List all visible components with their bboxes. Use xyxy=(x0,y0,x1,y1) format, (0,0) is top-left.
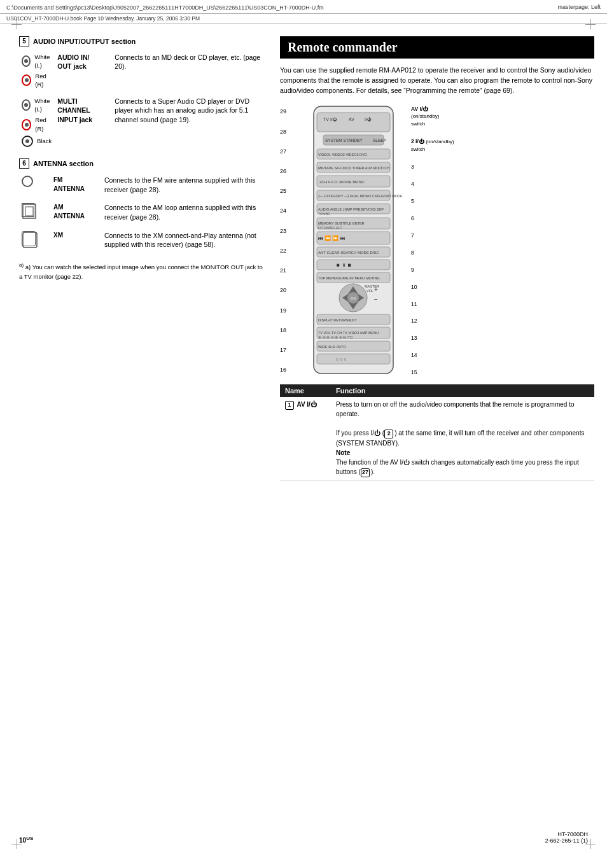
svg-text:AV: AV xyxy=(349,117,354,122)
name-function-table: Name Function 1 AV I/⏻ Press to turn on … xyxy=(280,384,594,480)
svg-text:D/TUNING  ALT: D/TUNING ALT xyxy=(318,226,342,230)
num-17: 17 xyxy=(280,347,299,353)
audio-jack-desc-1: Connects to an MD deck or CD player, etc… xyxy=(112,52,267,90)
svg-text:ANT  CLEAR  SEARCH MODE  DISC: ANT CLEAR SEARCH MODE DISC xyxy=(318,251,380,255)
num-19: 19 xyxy=(280,307,299,314)
label-13: 13 xyxy=(411,335,468,341)
left-numbers: 29 28 27 26 25 24 23 22 21 20 19 18 17 1… xyxy=(280,103,299,378)
xm-antenna-icon xyxy=(22,231,36,246)
page-header: C:\Documents and Settings\pc13\Desktop\J… xyxy=(0,0,607,14)
num-21: 21 xyxy=(280,267,299,274)
table-row: XM Connects to the XM connect-and-Play a… xyxy=(19,229,267,251)
svg-text:WIDE  ⊕ ⊖  AUTO: WIDE ⊕ ⊖ AUTO xyxy=(318,345,347,349)
fm-icon-cell xyxy=(19,174,51,196)
white-l-label-1: White (L) xyxy=(34,53,52,70)
audio-jack-icons-1: White (L) Red (R) xyxy=(19,52,55,90)
label-6: 6 xyxy=(411,215,468,221)
label-8: 8 xyxy=(411,249,468,256)
remote-body: TV I/⏻ AV I/⏻ SYSTEM STANDBY SLEEP VIDEO… xyxy=(304,103,406,378)
black-jack xyxy=(22,136,33,147)
svg-text:TUNING: TUNING xyxy=(318,212,330,216)
num-25: 25 xyxy=(280,188,299,194)
label-9: 9 xyxy=(411,267,468,273)
left-column: 5 AUDIO INPUT/OUTPUT section White (L) xyxy=(19,36,267,480)
audio-jack-icons-2: White (L) Red (R) Black xyxy=(19,95,55,148)
num-27: 27 xyxy=(280,148,299,155)
header-book-line: US01COV_HT-7000DH-U.book Page 10 Wednesd… xyxy=(0,14,607,24)
svg-rect-2 xyxy=(23,232,37,248)
svg-rect-0 xyxy=(23,204,36,218)
num-badge-1: 1 xyxy=(285,401,294,410)
label-10: 10 xyxy=(411,284,468,290)
corner-mark-tr xyxy=(585,19,596,29)
bottom-right-info: HT-7000DH 2-662-265-11 (1) xyxy=(545,831,588,844)
num-29: 29 xyxy=(280,108,299,115)
audio-section-heading: 5 AUDIO INPUT/OUTPUT section xyxy=(19,36,267,46)
remote-title: Remote commander xyxy=(280,36,594,59)
black-label: Black xyxy=(37,137,52,145)
svg-text:⊕ ⊖  ⊕ ⊖  ⊕ ⊖  AUTO: ⊕ ⊖ ⊕ ⊖ ⊕ ⊖ AUTO xyxy=(318,335,353,339)
num-20: 20 xyxy=(280,287,299,293)
num-badge-2: 2 xyxy=(384,430,393,438)
right-labels: AV I/⏻ (on/standby)switch 2 I/⏻ (on/stan… xyxy=(411,103,468,378)
audio-jack-desc-2: Connects to a Super Audio CD player or D… xyxy=(112,95,267,148)
svg-rect-1 xyxy=(25,207,33,216)
red-r-label-2: Red (R) xyxy=(35,116,52,133)
remote-intro: You can use the supplied remote RM-AAP01… xyxy=(280,65,594,96)
svg-text:TV VOL  TV CH  TV VIDEO  AMP M: TV VOL TV CH TV VIDEO AMP MENU xyxy=(318,331,379,335)
audio-jack-label-1: AUDIO IN/OUT jack xyxy=(55,52,112,90)
page-number-sup: US xyxy=(26,836,33,841)
remote-svg: TV I/⏻ AV I/⏻ SYSTEM STANDBY SLEEP VIDEO… xyxy=(304,103,403,377)
red-r-label-1: Red (R) xyxy=(35,72,52,89)
table-row: White (L) Red (R) Black M xyxy=(19,95,267,148)
svg-text:⟨— CATEGORY —⟩  DUAL MONO  CAT: ⟨— CATEGORY —⟩ DUAL MONO CATEGORY MODE xyxy=(318,194,403,198)
svg-text:TOP MENU/GUIDE    AV MENU    M: TOP MENU/GUIDE AV MENU MUTING xyxy=(318,276,380,280)
nf-header-name: Name xyxy=(280,384,331,397)
table-row: FMANTENNA Connects to the FM wire antenn… xyxy=(19,174,267,196)
num-26: 26 xyxy=(280,168,299,174)
antenna-section: 6 ANTENNA section FMANTENNA Connects to … xyxy=(19,158,267,251)
nf-row-1: 1 AV I/⏻ Press to turn on or off the aud… xyxy=(280,397,594,480)
table-row: White (L) Red (R) AUDIO IN/OUT jack Conn… xyxy=(19,52,267,90)
svg-text:MEMORY SUBTITLE ENTER: MEMORY SUBTITLE ENTER xyxy=(318,221,365,225)
footer-note: a) a) You can watch the selected input i… xyxy=(19,262,267,281)
num-badge-27: 27 xyxy=(361,468,370,477)
svg-text:I/⏻: I/⏻ xyxy=(365,117,372,122)
red-r-jack-2 xyxy=(22,119,31,130)
audio-jack-label-2: MULTICHANNELINPUT jack xyxy=(55,95,112,148)
nf-function-1: Press to turn on or off the audio/video … xyxy=(331,397,594,480)
svg-rect-29 xyxy=(317,260,390,270)
antenna-section-heading: 6 ANTENNA section xyxy=(19,158,267,169)
antenna-table: FMANTENNA Connects to the FM wire antenn… xyxy=(19,174,267,251)
audio-section-number: 5 xyxy=(19,36,29,46)
am-antenna-icon xyxy=(22,203,34,217)
xm-icon-cell xyxy=(19,229,51,251)
antenna-section-number: 6 xyxy=(19,158,29,169)
right-column: Remote commander You can use the supplie… xyxy=(280,36,594,480)
fm-desc: Connects to the FM wire antenna supplied… xyxy=(102,174,267,196)
am-desc: Connects to the AM loop antenna supplied… xyxy=(102,201,267,223)
header-masterpage: masterpage: Left xyxy=(557,4,601,10)
xm-label: XM xyxy=(51,229,102,251)
svg-text:○  ○  ○: ○ ○ ○ xyxy=(336,357,347,361)
label-7: 7 xyxy=(411,232,468,239)
svg-rect-51 xyxy=(317,354,390,364)
svg-rect-4 xyxy=(317,113,390,132)
num-28: 28 xyxy=(280,129,299,135)
num-18: 18 xyxy=(280,327,299,333)
page-number: 10US xyxy=(19,836,33,844)
audio-section-title: AUDIO INPUT/OUTPUT section xyxy=(33,38,136,45)
label-4: 4 xyxy=(411,181,468,187)
nf-header-function: Function xyxy=(331,384,594,397)
main-content: 5 AUDIO INPUT/OUTPUT section White (L) xyxy=(0,24,607,487)
footnote-letter: a) xyxy=(19,262,24,268)
svg-text:AUDIO  ANGLE  JUMP  PRESET/CHS: AUDIO ANGLE JUMP PRESET/CHS.SKP xyxy=(318,207,384,211)
nf-name-1: 1 AV I/⏻ xyxy=(280,397,331,480)
label-5: 5 xyxy=(411,198,468,204)
num-22: 22 xyxy=(280,248,299,254)
label-11: 11 xyxy=(411,301,468,307)
label-12: 12 xyxy=(411,318,468,324)
num-16: 16 xyxy=(280,367,299,373)
fm-label: FMANTENNA xyxy=(51,174,102,196)
am-icon-cell xyxy=(19,201,51,223)
